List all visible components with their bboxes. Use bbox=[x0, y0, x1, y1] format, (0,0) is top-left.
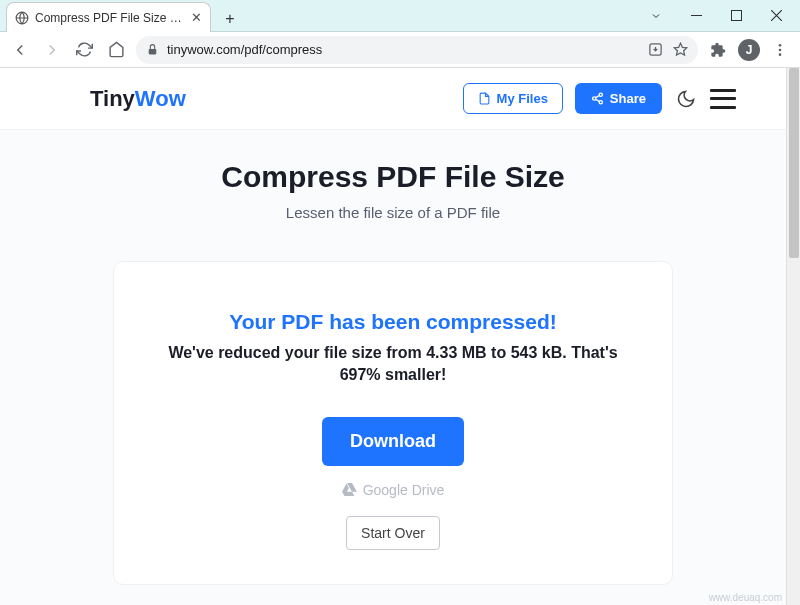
page-subtitle: Lessen the file size of a PDF file bbox=[60, 204, 726, 221]
svg-point-6 bbox=[779, 44, 782, 47]
my-files-button[interactable]: My Files bbox=[463, 83, 563, 114]
lock-icon bbox=[146, 43, 159, 56]
svg-rect-2 bbox=[731, 11, 741, 21]
scrollbar[interactable] bbox=[786, 68, 800, 605]
page-title: Compress PDF File Size bbox=[60, 160, 726, 194]
browser-toolbar: tinywow.com/pdf/compress J bbox=[0, 32, 800, 68]
watermark: www.deuaq.com bbox=[709, 592, 782, 603]
svg-point-7 bbox=[779, 48, 782, 51]
globe-icon bbox=[15, 11, 29, 25]
tab-title: Compress PDF File Size Online F… bbox=[35, 11, 185, 25]
window-titlebar: Compress PDF File Size Online F… ✕ + bbox=[0, 0, 800, 32]
scroll-thumb[interactable] bbox=[789, 68, 799, 258]
reload-button[interactable] bbox=[72, 38, 96, 62]
tab-strip: Compress PDF File Size Online F… ✕ + bbox=[0, 0, 243, 32]
extensions-icon[interactable] bbox=[706, 38, 730, 62]
install-icon[interactable] bbox=[648, 42, 663, 57]
google-drive-button[interactable]: Google Drive bbox=[154, 482, 632, 498]
browser-tab[interactable]: Compress PDF File Size Online F… ✕ bbox=[6, 2, 211, 32]
moon-icon bbox=[676, 89, 696, 109]
start-over-button[interactable]: Start Over bbox=[346, 516, 440, 550]
new-tab-button[interactable]: + bbox=[217, 6, 243, 32]
card-title: Your PDF has been compressed! bbox=[154, 310, 632, 334]
forward-button[interactable] bbox=[40, 38, 64, 62]
svg-point-10 bbox=[592, 97, 595, 100]
close-icon[interactable]: ✕ bbox=[191, 10, 202, 25]
theme-toggle[interactable] bbox=[674, 87, 698, 111]
menu-icon[interactable] bbox=[768, 38, 792, 62]
svg-point-11 bbox=[599, 101, 602, 104]
site-header: TinyWow My Files Share bbox=[0, 68, 786, 130]
google-drive-icon bbox=[342, 483, 357, 496]
maximize-button[interactable] bbox=[716, 2, 756, 30]
svg-point-8 bbox=[779, 53, 782, 56]
svg-point-9 bbox=[599, 93, 602, 96]
back-button[interactable] bbox=[8, 38, 32, 62]
address-bar[interactable]: tinywow.com/pdf/compress bbox=[136, 36, 698, 64]
download-button[interactable]: Download bbox=[322, 417, 464, 466]
logo[interactable]: TinyWow bbox=[90, 86, 186, 112]
home-button[interactable] bbox=[104, 38, 128, 62]
card-description: We've reduced your file size from 4.33 M… bbox=[154, 342, 632, 387]
svg-marker-5 bbox=[674, 43, 687, 55]
close-window-button[interactable] bbox=[756, 2, 796, 30]
svg-rect-3 bbox=[149, 49, 157, 54]
star-icon[interactable] bbox=[673, 42, 688, 57]
chevron-down-icon[interactable] bbox=[636, 2, 676, 30]
url-text: tinywow.com/pdf/compress bbox=[167, 42, 640, 57]
avatar[interactable]: J bbox=[738, 39, 760, 61]
page-content: TinyWow My Files Share Compress PDF File… bbox=[0, 68, 786, 605]
minimize-button[interactable] bbox=[676, 2, 716, 30]
file-icon bbox=[478, 92, 491, 105]
share-button[interactable]: Share bbox=[575, 83, 662, 114]
result-card: Your PDF has been compressed! We've redu… bbox=[113, 261, 673, 585]
share-icon bbox=[591, 92, 604, 105]
svg-rect-1 bbox=[691, 15, 702, 16]
hamburger-menu[interactable] bbox=[710, 89, 736, 109]
